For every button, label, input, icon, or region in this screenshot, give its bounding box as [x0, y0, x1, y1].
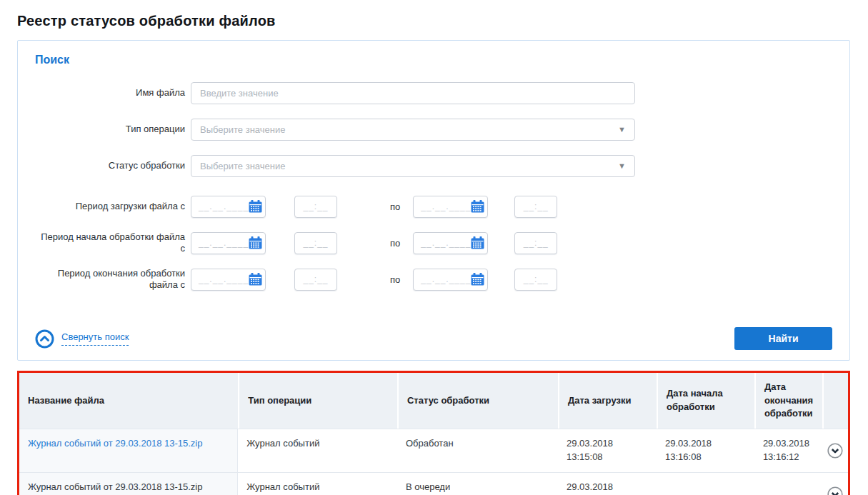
table-row: Журнал событий от 29.03.2018 13-15.zip Ж…: [19, 429, 848, 472]
upload-time-to-input[interactable]: __:__: [514, 196, 557, 218]
find-button[interactable]: Найти: [734, 327, 832, 350]
cell-operation-type: Журнал событий: [238, 473, 397, 495]
file-name-label: Имя файла: [35, 87, 185, 99]
column-header-start-date: Дата начала обработки: [657, 373, 754, 429]
file-status-table: Название файла Тип операции Статус обраб…: [17, 371, 850, 495]
start-date-from-input[interactable]: __.__.____: [191, 232, 266, 254]
collapse-search-link[interactable]: Свернуть поиск: [61, 331, 129, 346]
search-footer: Свернуть поиск Найти: [35, 327, 832, 350]
calendar-icon[interactable]: [471, 273, 484, 286]
upload-period-label: Период загрузки файла с: [35, 201, 185, 212]
date-mask: __.__.____: [421, 274, 471, 284]
end-time-to-input[interactable]: __:__: [514, 269, 557, 291]
cell-file-name: Журнал событий от 29.03.2018 13-15.zip: [19, 473, 238, 495]
table-row: Журнал событий от 29.03.2018 13-15.zip Ж…: [19, 472, 848, 495]
end-date-from-input[interactable]: __.__.____: [191, 269, 266, 291]
calendar-icon[interactable]: [249, 200, 262, 213]
page-title: Реестр статусов обработки файлов: [17, 13, 850, 29]
upload-date-to-input[interactable]: __.__.____: [413, 196, 488, 218]
calendar-icon[interactable]: [471, 236, 484, 249]
column-header-actions: [822, 373, 848, 429]
expand-row-button[interactable]: [827, 443, 843, 459]
collapse-search[interactable]: Свернуть поиск: [35, 329, 129, 349]
column-header-status: Статус обработки: [397, 373, 558, 429]
end-period-fields: __.__.____ __:__ по __.__.____ __:__: [191, 269, 557, 291]
start-period-fields: __.__.____ __:__ по __.__.____ __:__: [191, 232, 557, 254]
file-name-input[interactable]: [191, 82, 635, 104]
column-header-operation-type: Тип операции: [238, 373, 397, 429]
cell-status: В очереди: [397, 473, 558, 495]
end-date-to-input[interactable]: __.__.____: [413, 269, 488, 291]
start-date-to-input[interactable]: __.__.____: [413, 232, 488, 254]
column-header-file-name: Название файла: [19, 373, 238, 429]
expand-row-button[interactable]: [827, 486, 843, 495]
date-mask: __.__.____: [421, 238, 471, 248]
time-mask: __:__: [303, 274, 328, 284]
time-mask: __:__: [303, 238, 328, 248]
start-period-label: Период начала обработки файла с: [35, 231, 185, 255]
time-mask: __:__: [524, 201, 549, 211]
cell-actions: [822, 429, 848, 472]
file-name-row: Имя файла: [35, 82, 832, 104]
operation-type-placeholder: Выберите значение: [200, 124, 285, 135]
search-panel: Поиск Имя файла Тип операции Выберите зн…: [17, 40, 850, 361]
time-mask: __:__: [524, 238, 549, 248]
cell-file-name: Журнал событий от 29.03.2018 13-15.zip: [19, 429, 238, 472]
search-heading: Поиск: [35, 54, 832, 66]
cell-status: Обработан: [397, 429, 558, 472]
cell-actions: [822, 473, 848, 495]
time-mask: __:__: [524, 274, 549, 284]
chevron-down-icon: ▼: [618, 126, 626, 134]
operation-type-select[interactable]: Выберите значение ▼: [191, 119, 635, 141]
processing-status-label: Статус обработки: [35, 160, 185, 171]
cell-upload-date: 29.03.2018 13:15:08: [558, 429, 657, 472]
start-time-from-input[interactable]: __:__: [294, 232, 337, 254]
column-header-upload-date: Дата загрузки: [558, 373, 657, 429]
cell-start-date: [657, 473, 754, 495]
date-mask: __.__.____: [421, 201, 471, 211]
date-mask: __.__.____: [199, 274, 249, 284]
calendar-icon[interactable]: [249, 273, 262, 286]
processing-status-select[interactable]: Выберите значение ▼: [191, 155, 635, 177]
upload-time-from-input[interactable]: __:__: [294, 196, 337, 218]
end-period-row: Период окончания обработки файла с __.__…: [35, 264, 832, 294]
cell-operation-type: Журнал событий: [238, 429, 397, 472]
upload-period-row: Период загрузки файла с __.__.____ __:__…: [35, 191, 832, 221]
calendar-icon[interactable]: [249, 236, 262, 249]
time-mask: __:__: [303, 201, 328, 211]
date-mask: __.__.____: [199, 238, 249, 248]
operation-type-row: Тип операции Выберите значение ▼: [35, 119, 832, 141]
period-to-label: по: [390, 274, 400, 285]
end-period-label: Период окончания обработки файла с: [35, 268, 185, 291]
operation-type-label: Тип операции: [35, 124, 185, 135]
cell-end-date: 29.03.2018 13:16:12: [754, 429, 822, 472]
date-mask: __.__.____: [199, 201, 249, 211]
upload-date-from-input[interactable]: __.__.____: [191, 196, 266, 218]
chevron-down-icon: ▼: [618, 162, 626, 170]
period-to-label: по: [390, 238, 400, 249]
start-period-row: Период начала обработки файла с __.__.__…: [35, 228, 832, 258]
table-header-row: Название файла Тип операции Статус обраб…: [19, 373, 848, 429]
upload-period-fields: __.__.____ __:__ по __.__.____ __:__: [191, 196, 557, 218]
processing-status-placeholder: Выберите значение: [200, 161, 285, 171]
chevron-up-circle-icon[interactable]: [35, 329, 54, 349]
start-time-to-input[interactable]: __:__: [514, 232, 557, 254]
end-time-from-input[interactable]: __:__: [294, 269, 337, 291]
cell-start-date: 29.03.2018 13:16:08: [657, 429, 754, 472]
period-to-label: по: [390, 201, 400, 212]
file-name-text: Журнал событий от 29.03.2018 13-15.zip: [28, 481, 202, 492]
file-link[interactable]: Журнал событий от 29.03.2018 13-15.zip: [28, 438, 202, 449]
cell-end-date: [754, 473, 822, 495]
processing-status-row: Статус обработки Выберите значение ▼: [35, 155, 832, 177]
page: Реестр статусов обработки файлов Поиск И…: [0, 0, 868, 495]
calendar-icon[interactable]: [471, 200, 484, 213]
cell-upload-date: 29.03.2018 13:15:03: [558, 473, 657, 495]
column-header-end-date: Дата окончания обработки: [754, 373, 822, 429]
